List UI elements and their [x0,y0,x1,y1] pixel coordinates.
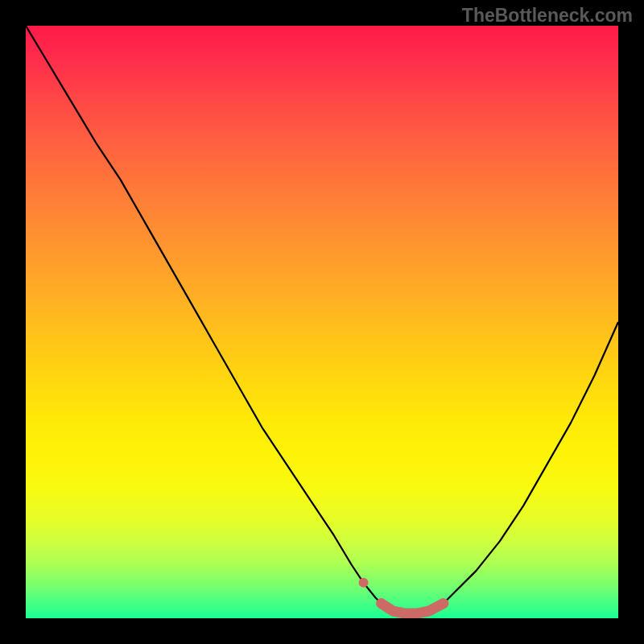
optimal-zone-marker [382,604,444,614]
chart-svg [26,26,618,618]
chart-container: TheBottleneck.com [0,0,644,644]
bottleneck-curve [26,26,618,615]
optimal-zone-dot [359,578,369,588]
plot-area [26,26,618,618]
watermark: TheBottleneck.com [462,5,633,27]
